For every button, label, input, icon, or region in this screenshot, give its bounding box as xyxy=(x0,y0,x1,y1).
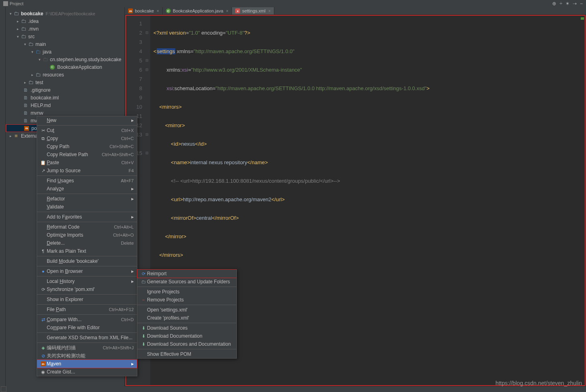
sub-ignore[interactable]: Ignore Projects xyxy=(137,288,236,296)
ctx-refactor[interactable]: Refactor▶ xyxy=(37,195,137,203)
package-icon xyxy=(42,57,48,62)
tab-application[interactable]: CBookcakeApplication.java× xyxy=(163,7,232,14)
sub-generate-sources[interactable]: 🗀Generate Sources and Update Folders xyxy=(137,278,236,286)
watermark: https://blog.csdn.net/steven_zhulin xyxy=(495,380,582,386)
ctx-validate[interactable]: Validate xyxy=(37,203,137,211)
cut-icon: ✂ xyxy=(39,128,47,133)
sub-create-profiles[interactable]: Create 'profiles.xml' xyxy=(137,314,236,322)
tree-item-class[interactable]: CBookcakeApplication xyxy=(6,63,124,71)
sub-reimport[interactable]: ⟳Reimport xyxy=(137,270,236,278)
tree-item-idea[interactable]: ▸.idea xyxy=(6,17,124,25)
ctx-create-gist[interactable]: ◉Create Gist... xyxy=(37,368,137,376)
ctx-maven[interactable]: mMaven▶ xyxy=(37,360,137,368)
jump-icon: ↗ xyxy=(39,168,47,173)
sub-download-both[interactable]: ⬇Download Sources and Documentation xyxy=(137,340,236,348)
collapse-icon[interactable]: ÷ xyxy=(559,1,562,6)
folder-icon xyxy=(20,26,27,32)
ctx-generate-xsd[interactable]: Generate XSD Schema from XML File... xyxy=(37,334,137,342)
chevron-down-icon[interactable]: ▾ xyxy=(15,35,20,39)
tab-label: bookcake xyxy=(135,8,154,13)
ctx-browser[interactable]: ●Open in Browser▶ xyxy=(37,267,137,275)
inspection-marker[interactable] xyxy=(581,17,584,20)
tree-item-gitignore[interactable]: .gitignore xyxy=(6,86,124,94)
chevron-down-icon[interactable]: ▾ xyxy=(37,58,42,62)
ctx-paste[interactable]: 📋PasteCtrl+V xyxy=(37,159,137,167)
tree-item-iml[interactable]: bookcake.iml xyxy=(6,94,124,101)
sub-effective-pom[interactable]: Show Effective POM xyxy=(137,350,236,358)
chevron-right-icon[interactable]: ▸ xyxy=(15,27,20,31)
chevron-down-icon[interactable]: ▾ xyxy=(30,50,35,54)
separator xyxy=(37,314,137,315)
ctx-copy[interactable]: ⧉CopyCtrl+C xyxy=(37,134,137,142)
chevron-right-icon[interactable]: ▸ xyxy=(15,19,20,23)
tree-item-package[interactable]: ▾cn.stephen.leung.study.bookcake xyxy=(6,56,124,63)
sub-open-settings[interactable]: Open 'settings.xml' xyxy=(137,306,236,314)
ctx-history[interactable]: Local History▶ xyxy=(37,277,137,285)
ctx-code-scan[interactable]: ◈编码规约扫描Ctrl+Alt+Shift+J xyxy=(37,344,137,352)
refresh-icon: ⟳ xyxy=(39,287,47,292)
ctx-file-path[interactable]: File PathCtrl+Alt+F12 xyxy=(37,305,137,314)
ctx-copy-path[interactable]: Copy PathCtrl+Shift+C xyxy=(37,142,137,151)
chevron-down-icon[interactable]: ▾ xyxy=(8,12,13,16)
tree-item-java[interactable]: ▾java xyxy=(6,48,124,56)
ctx-copy-relative[interactable]: Copy Relative PathCtrl+Alt+Shift+C xyxy=(37,151,137,159)
tab-settings[interactable]: xsettings.xml× xyxy=(232,7,274,14)
hide-icon[interactable]: ⇢ xyxy=(573,1,577,6)
ctx-find-usages[interactable]: Find UsagesAlt+F7 xyxy=(37,177,137,185)
chevron-down-icon[interactable]: ▾ xyxy=(23,42,27,46)
tree-item-main[interactable]: ▾main xyxy=(6,40,124,48)
ctx-plain-text[interactable]: ¶Mark as Plain Text xyxy=(37,247,137,255)
chevron-right-icon[interactable]: ▸ xyxy=(30,73,35,77)
ctx-jump[interactable]: ↗Jump to SourceF4 xyxy=(37,167,137,175)
ctx-explorer[interactable]: Show in Explorer xyxy=(37,295,137,303)
chevron-right-icon[interactable]: ▸ xyxy=(8,134,13,138)
expand-icon[interactable]: ⊕ xyxy=(552,1,556,6)
tree-label: .idea xyxy=(28,19,39,24)
fold-gutter[interactable]: ⊟ ⊟⊟ ⊟⊟ xyxy=(145,19,149,158)
close-icon[interactable]: × xyxy=(268,9,271,13)
ctx-build[interactable]: Build Module 'bookcake' xyxy=(37,257,137,265)
ctx-close-realtime[interactable]: ⊘关闭实时检测功能 xyxy=(37,352,137,360)
chevron-right-icon: ▶ xyxy=(131,187,134,191)
line-number: 5 xyxy=(126,56,142,65)
library-icon xyxy=(13,133,19,139)
separator xyxy=(37,266,137,266)
copy-icon: ⧉ xyxy=(39,136,47,141)
ctx-reformat[interactable]: Reformat CodeCtrl+Alt+L xyxy=(37,223,137,231)
tree-item-mvn[interactable]: ▸.mvn xyxy=(6,25,124,33)
ctx-delete[interactable]: Delete...Delete xyxy=(37,239,137,247)
shortcut: Ctrl+C xyxy=(121,136,134,141)
sub-download-docs[interactable]: ⬇Download Documentation xyxy=(137,332,236,340)
tree-label: test xyxy=(35,80,43,85)
separator xyxy=(137,349,236,349)
ctx-synchronize[interactable]: ⟳Synchronize 'pom.xml' xyxy=(37,285,137,293)
sub-download-sources[interactable]: ⬇Download Sources xyxy=(137,324,236,332)
tree-item-test[interactable]: ▸test xyxy=(6,78,124,86)
tree-item-help[interactable]: HELP.md xyxy=(6,101,124,109)
sub-remove[interactable]: −Remove Projects xyxy=(137,296,236,304)
close-icon[interactable]: × xyxy=(226,9,228,13)
ctx-cut[interactable]: ✂CutCtrl+X xyxy=(37,126,137,134)
status-indicator[interactable] xyxy=(1,386,6,392)
left-gutter[interactable] xyxy=(0,7,6,386)
close-icon[interactable]: × xyxy=(157,9,159,13)
separator xyxy=(37,276,137,276)
gear-icon[interactable]: ✶ xyxy=(565,1,569,6)
ctx-analyze[interactable]: Analyze▶ xyxy=(37,185,137,193)
class-icon: C xyxy=(49,64,56,70)
tree-root[interactable]: ▾ bookcake F:\IDEAProject\bookcake xyxy=(6,10,124,17)
ctx-new[interactable]: New▶ xyxy=(37,116,137,124)
tree-label: src xyxy=(28,34,35,39)
tab-bookcake[interactable]: mbookcake× xyxy=(125,7,163,14)
minimize-icon[interactable]: − xyxy=(580,1,583,6)
ctx-compare-editor[interactable]: Compare File with Editor xyxy=(37,324,137,332)
tree-item-resources[interactable]: ▸resources xyxy=(6,71,124,78)
tree-item-src[interactable]: ▾src xyxy=(6,33,124,40)
ctx-compare[interactable]: ⇄Compare With...Ctrl+D xyxy=(37,316,137,324)
diff-icon: ⇄ xyxy=(39,317,47,322)
folder-icon xyxy=(27,80,34,85)
tool-window-header[interactable]: Project xyxy=(0,1,27,6)
chevron-right-icon[interactable]: ▸ xyxy=(23,80,27,85)
ctx-optimize[interactable]: Optimize ImportsCtrl+Alt+O xyxy=(37,231,137,239)
ctx-favorites[interactable]: Add to Favorites▶ xyxy=(37,213,137,221)
